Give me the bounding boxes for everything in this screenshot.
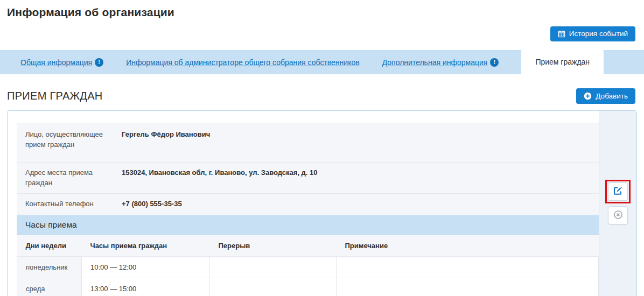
column-header: Примечание	[337, 235, 599, 257]
edit-button[interactable]	[608, 182, 628, 201]
tab-general-info[interactable]: Общая информация !	[20, 50, 103, 74]
column-header: Дни недели	[17, 235, 82, 257]
tab-citizen-reception-active[interactable]: Прием граждан	[521, 49, 604, 74]
section-title: ПРИЕМ ГРАЖДАН	[7, 90, 103, 102]
delete-button[interactable]	[608, 206, 628, 224]
reception-hours-table: Дни недели Часы приема граждан Перерыв П…	[17, 235, 599, 296]
tab-additional-info[interactable]: Дополнительная информация !	[382, 50, 499, 74]
edit-icon	[613, 186, 622, 197]
field-row-phone: Контактный телефон +7 (800) 555-35-35	[17, 194, 599, 215]
field-row-person: Лицо, осуществляющее прием граждан Герге…	[17, 123, 599, 163]
warning-icon: !	[95, 58, 103, 67]
field-row-address: Адрес места приема граждан 153024, Ивано…	[17, 163, 599, 194]
toolbar: История событий	[0, 19, 644, 41]
break-cell	[210, 278, 337, 296]
tab-label: Дополнительная информация	[382, 58, 488, 67]
field-value: 153024, Ивановская обл, г. Иваново, ул. …	[122, 163, 599, 194]
tab-bar: Общая информация ! Информация об админис…	[0, 50, 644, 74]
note-cell	[337, 257, 599, 278]
field-label: Лицо, осуществляющее прием граждан	[17, 123, 122, 162]
day-cell: понедельник	[17, 257, 82, 278]
field-value: Гергель Фёдор Иванович	[122, 123, 599, 162]
table-row: среда 13:00 — 15:00	[17, 278, 599, 296]
card-action-strip	[599, 111, 636, 296]
warning-icon: !	[490, 58, 499, 67]
page-title: Информация об организации	[0, 0, 644, 19]
tab-meeting-administrator-info[interactable]: Информация об администраторе общего собр…	[126, 50, 360, 74]
table-row: понедельник 10:00 — 12:00	[17, 257, 599, 278]
organization-info-page: Информация об организации История событи…	[0, 0, 644, 296]
tab-label: Информация об администраторе общего собр…	[126, 58, 360, 67]
hours-cell: 10:00 — 12:00	[82, 257, 210, 278]
field-label: Адрес места приема граждан	[17, 163, 122, 194]
break-cell	[210, 257, 337, 278]
table-header-row: Дни недели Часы приема граждан Перерыв П…	[17, 235, 599, 257]
hours-section-title: Часы приема	[17, 215, 599, 235]
reception-details: Лицо, осуществляющее прием граждан Герге…	[8, 111, 599, 296]
annotation-highlight-rect	[605, 180, 631, 203]
tab-label: Общая информация	[20, 58, 92, 67]
day-cell: среда	[17, 278, 82, 296]
plus-icon	[584, 92, 592, 100]
add-button-label: Добавить	[596, 93, 628, 100]
column-header: Перерыв	[210, 235, 337, 257]
column-header: Часы приема граждан	[82, 235, 210, 257]
field-label: Контактный телефон	[17, 194, 122, 215]
note-cell	[337, 278, 599, 296]
history-button-label: История событий	[569, 30, 628, 38]
section-header: ПРИЕМ ГРАЖДАН Добавить	[0, 74, 644, 104]
close-circle-icon	[613, 210, 623, 221]
add-button[interactable]: Добавить	[576, 88, 635, 104]
field-value: +7 (800) 555-35-35	[122, 194, 599, 215]
calendar-icon	[558, 30, 565, 38]
hours-cell: 13:00 — 15:00	[82, 278, 210, 296]
reception-card: Лицо, осуществляющее прием граждан Герге…	[7, 110, 637, 296]
history-button[interactable]: История событий	[550, 26, 635, 41]
